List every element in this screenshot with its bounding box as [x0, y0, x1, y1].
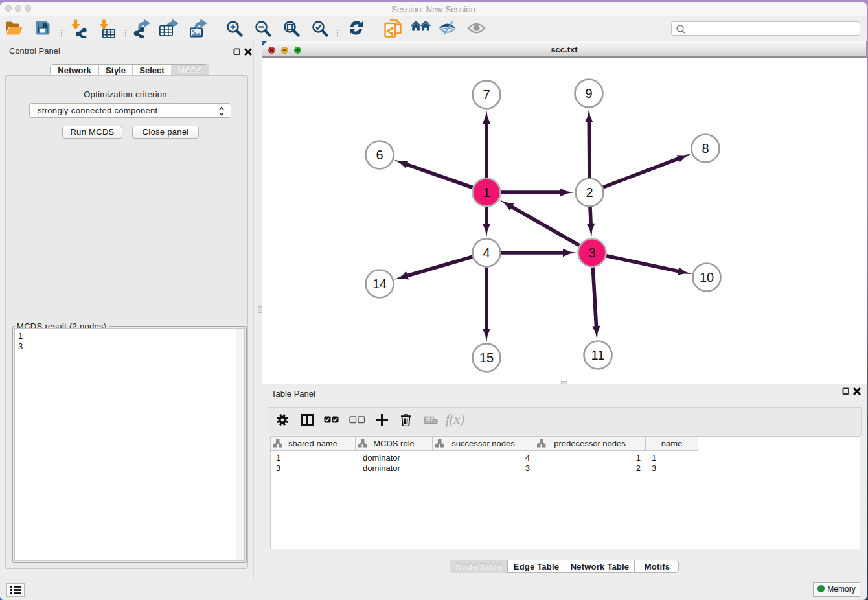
- svg-text:10: 10: [700, 270, 714, 284]
- svg-text:15: 15: [479, 351, 494, 365]
- svg-text:8: 8: [702, 141, 709, 156]
- svg-text:9: 9: [585, 86, 592, 100]
- svg-text:4: 4: [483, 246, 490, 260]
- svg-text:2: 2: [586, 185, 593, 200]
- svg-text:14: 14: [372, 277, 387, 291]
- svg-text:11: 11: [591, 348, 605, 362]
- svg-text:7: 7: [483, 87, 490, 102]
- svg-text:1: 1: [483, 185, 490, 200]
- svg-text:3: 3: [588, 246, 595, 260]
- svg-text:6: 6: [376, 148, 383, 162]
- svg-text:f(x): f(x): [446, 411, 464, 427]
